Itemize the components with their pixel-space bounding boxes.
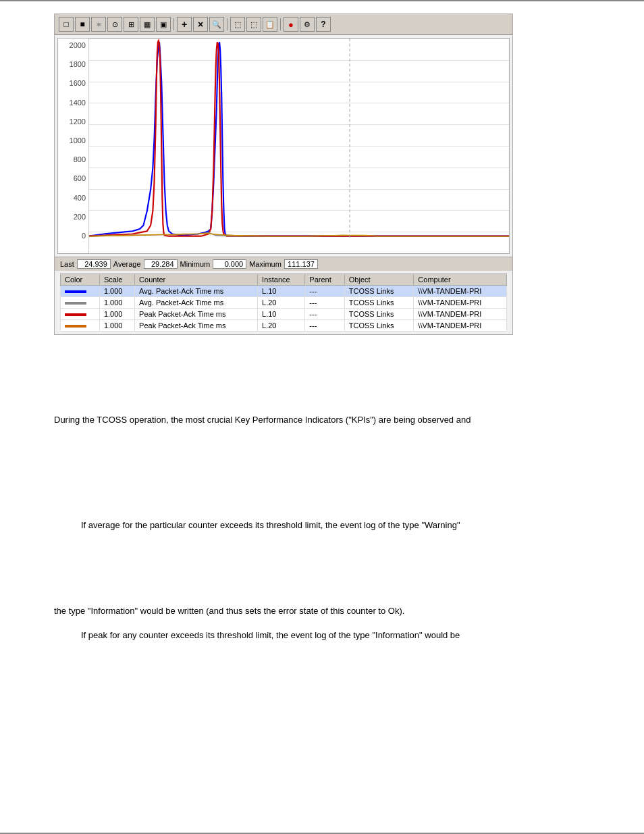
gear-icon: ⚙ (304, 20, 311, 29)
cell-instance: L.20 (258, 297, 305, 309)
grid2-btn[interactable]: ▦ (140, 17, 155, 32)
maximum-label: Maximum (249, 260, 281, 268)
paragraph-4: If peak for any counter exceeds its thre… (81, 629, 590, 642)
average-value: 29.284 (144, 259, 178, 269)
table-row[interactable]: 1.000Peak Packet-Ack Time msL.10---TCOSS… (61, 309, 507, 320)
add-btn[interactable]: + (177, 17, 192, 32)
grid3-btn[interactable]: ▣ (156, 17, 171, 32)
col-color: Color (61, 274, 100, 286)
cell-parent: --- (305, 297, 344, 309)
section-gap-2b (54, 492, 590, 519)
gear-btn[interactable]: ⚙ (300, 17, 315, 32)
section-gap-3b (54, 567, 590, 594)
last-label: Last (60, 260, 74, 268)
paragraph-2: If average for the particular counter ex… (81, 519, 590, 532)
y-label-400: 400 (61, 194, 86, 202)
cell-instance: L.20 (258, 320, 305, 332)
new-window-btn[interactable]: □ (59, 17, 74, 32)
grid1-btn[interactable]: ⊞ (124, 17, 138, 32)
toolbar: □ ■ ✶ ⊙ ⊞ ▦ ▣ + × (55, 14, 512, 35)
cell-parent: --- (305, 320, 344, 332)
new-icon: □ (63, 20, 68, 29)
cell-computer: \\VM-TANDEM-PRI (414, 297, 507, 309)
grid2-icon: ▦ (144, 20, 151, 29)
grid3-icon: ▣ (160, 20, 167, 29)
cell-parent: --- (305, 309, 344, 320)
cell-color (61, 320, 100, 332)
red-circle-icon: ● (288, 20, 294, 30)
stats-bar: Last 24.939 Average 29.284 Minimum 0.000… (55, 257, 512, 271)
asterisk-btn[interactable]: ✶ (91, 17, 106, 32)
y-label-200: 200 (61, 213, 86, 221)
grid1-icon: ⊞ (128, 20, 134, 29)
cell-color (61, 297, 100, 309)
remove-btn[interactable]: × (193, 17, 208, 32)
cell-object: TCOSS Links (344, 309, 414, 320)
table-row[interactable]: 1.000Avg. Packet-Ack Time msL.10---TCOSS… (61, 286, 507, 297)
y-axis: 2000 1800 1600 1400 1200 1000 800 600 40… (58, 38, 88, 253)
y-label-800: 800 (61, 155, 86, 163)
add-icon: + (182, 19, 187, 30)
y-label-2000: 2000 (61, 41, 86, 49)
circle-icon: ⊙ (112, 20, 118, 29)
cell-scale: 1.000 (99, 297, 134, 309)
cell-counter: Peak Packet-Ack Time ms (135, 320, 258, 332)
chart-svg (89, 38, 509, 240)
y-label-1000: 1000 (61, 136, 86, 145)
copy3-btn[interactable]: 📋 (263, 17, 277, 32)
col-instance: Instance (258, 274, 305, 286)
y-label-1600: 1600 (61, 79, 86, 87)
cell-counter: Avg. Packet-Ack Time ms (135, 297, 258, 309)
y-label-1800: 1800 (61, 60, 86, 68)
red-circle-btn[interactable]: ● (284, 17, 298, 32)
toolbar-sep1 (173, 18, 174, 30)
data-table: Color Scale Counter Instance Parent Obje… (60, 273, 507, 332)
copy1-icon: ⬚ (234, 20, 241, 29)
cell-object: TCOSS Links (344, 297, 414, 309)
cell-computer: \\VM-TANDEM-PRI (414, 320, 507, 332)
maximum-value: 111.137 (284, 259, 318, 269)
paragraph-1: During the TCOSS operation, the most cru… (54, 413, 590, 427)
section-gap-2 (54, 438, 590, 492)
paragraph-3: the type "Information" would be written … (54, 604, 590, 618)
section-gap-1 (54, 348, 590, 402)
cell-color (61, 309, 100, 320)
cell-scale: 1.000 (99, 286, 134, 297)
red-line (89, 41, 509, 236)
chart-container: 2000 1800 1600 1400 1200 1000 800 600 40… (57, 38, 510, 254)
remove-icon: × (198, 19, 203, 30)
table-wrapper: Color Scale Counter Instance Parent Obje… (55, 271, 512, 334)
y-label-1400: 1400 (61, 99, 86, 107)
circle-btn[interactable]: ⊙ (107, 17, 122, 32)
chart-plot (88, 38, 509, 253)
duplicate-btn[interactable]: ■ (75, 17, 90, 32)
cell-instance: L.10 (258, 309, 305, 320)
col-computer: Computer (414, 274, 507, 286)
table-row[interactable]: 1.000Avg. Packet-Ack Time msL.20---TCOSS… (61, 297, 507, 309)
cell-object: TCOSS Links (344, 286, 414, 297)
cell-computer: \\VM-TANDEM-PRI (414, 309, 507, 320)
help-btn[interactable]: ? (316, 17, 331, 32)
cell-instance: L.10 (258, 286, 305, 297)
copy2-icon: ⬚ (250, 20, 257, 29)
search-icon: 🔍 (212, 20, 221, 29)
copy3-icon: 📋 (265, 20, 275, 29)
main-content: □ ■ ✶ ⊙ ⊞ ▦ ▣ + × (0, 1, 644, 677)
y-label-0: 0 (61, 232, 86, 240)
y-label-1200: 1200 (61, 118, 86, 126)
toolbar-sep3 (280, 18, 281, 30)
table-row[interactable]: 1.000Peak Packet-Ack Time msL.20---TCOSS… (61, 320, 507, 332)
last-value: 24.939 (77, 259, 111, 269)
copy2-btn[interactable]: ⬚ (246, 17, 261, 32)
blue-line (89, 42, 509, 236)
search-btn[interactable]: 🔍 (209, 17, 224, 32)
col-scale: Scale (99, 274, 134, 286)
duplicate-icon: ■ (80, 20, 84, 29)
cell-counter: Peak Packet-Ack Time ms (135, 309, 258, 320)
copy1-btn[interactable]: ⬚ (230, 17, 245, 32)
toolbar-sep2 (227, 18, 227, 30)
section-gap-3 (54, 540, 590, 567)
help-icon: ? (321, 20, 325, 29)
cell-counter: Avg. Packet-Ack Time ms (135, 286, 258, 297)
col-parent: Parent (305, 274, 344, 286)
